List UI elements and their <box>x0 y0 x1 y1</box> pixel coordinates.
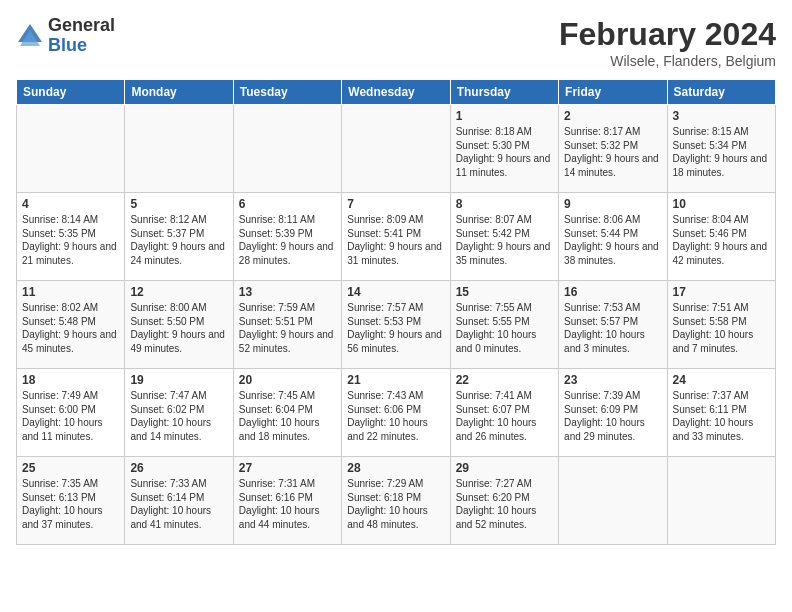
day-number: 29 <box>456 461 553 475</box>
calendar-cell: 2Sunrise: 8:17 AMSunset: 5:32 PMDaylight… <box>559 105 667 193</box>
calendar-cell: 24Sunrise: 7:37 AMSunset: 6:11 PMDayligh… <box>667 369 775 457</box>
calendar-cell: 9Sunrise: 8:06 AMSunset: 5:44 PMDaylight… <box>559 193 667 281</box>
calendar-cell <box>233 105 341 193</box>
calendar-cell: 16Sunrise: 7:53 AMSunset: 5:57 PMDayligh… <box>559 281 667 369</box>
day-info: Sunrise: 7:49 AMSunset: 6:00 PMDaylight:… <box>22 389 119 443</box>
day-info: Sunrise: 7:53 AMSunset: 5:57 PMDaylight:… <box>564 301 661 355</box>
day-info: Sunrise: 7:41 AMSunset: 6:07 PMDaylight:… <box>456 389 553 443</box>
day-number: 26 <box>130 461 227 475</box>
calendar-cell: 13Sunrise: 7:59 AMSunset: 5:51 PMDayligh… <box>233 281 341 369</box>
day-info: Sunrise: 8:18 AMSunset: 5:30 PMDaylight:… <box>456 125 553 179</box>
calendar-cell: 22Sunrise: 7:41 AMSunset: 6:07 PMDayligh… <box>450 369 558 457</box>
day-number: 28 <box>347 461 444 475</box>
calendar-cell: 8Sunrise: 8:07 AMSunset: 5:42 PMDaylight… <box>450 193 558 281</box>
day-info: Sunrise: 7:33 AMSunset: 6:14 PMDaylight:… <box>130 477 227 531</box>
calendar-cell: 10Sunrise: 8:04 AMSunset: 5:46 PMDayligh… <box>667 193 775 281</box>
day-info: Sunrise: 7:39 AMSunset: 6:09 PMDaylight:… <box>564 389 661 443</box>
calendar-cell: 14Sunrise: 7:57 AMSunset: 5:53 PMDayligh… <box>342 281 450 369</box>
day-info: Sunrise: 8:07 AMSunset: 5:42 PMDaylight:… <box>456 213 553 267</box>
calendar-cell <box>17 105 125 193</box>
day-info: Sunrise: 7:27 AMSunset: 6:20 PMDaylight:… <box>456 477 553 531</box>
logo-general: General <box>48 16 115 36</box>
logo: General Blue <box>16 16 115 56</box>
calendar-cell: 26Sunrise: 7:33 AMSunset: 6:14 PMDayligh… <box>125 457 233 545</box>
day-number: 20 <box>239 373 336 387</box>
calendar-cell: 6Sunrise: 8:11 AMSunset: 5:39 PMDaylight… <box>233 193 341 281</box>
day-number: 6 <box>239 197 336 211</box>
day-number: 9 <box>564 197 661 211</box>
day-number: 24 <box>673 373 770 387</box>
calendar-cell: 28Sunrise: 7:29 AMSunset: 6:18 PMDayligh… <box>342 457 450 545</box>
day-info: Sunrise: 8:00 AMSunset: 5:50 PMDaylight:… <box>130 301 227 355</box>
day-info: Sunrise: 7:31 AMSunset: 6:16 PMDaylight:… <box>239 477 336 531</box>
col-header-thursday: Thursday <box>450 80 558 105</box>
col-header-friday: Friday <box>559 80 667 105</box>
day-number: 27 <box>239 461 336 475</box>
calendar-cell: 11Sunrise: 8:02 AMSunset: 5:48 PMDayligh… <box>17 281 125 369</box>
calendar-cell: 20Sunrise: 7:45 AMSunset: 6:04 PMDayligh… <box>233 369 341 457</box>
day-number: 21 <box>347 373 444 387</box>
week-row-4: 18Sunrise: 7:49 AMSunset: 6:00 PMDayligh… <box>17 369 776 457</box>
col-header-wednesday: Wednesday <box>342 80 450 105</box>
calendar-cell: 1Sunrise: 8:18 AMSunset: 5:30 PMDaylight… <box>450 105 558 193</box>
week-row-2: 4Sunrise: 8:14 AMSunset: 5:35 PMDaylight… <box>17 193 776 281</box>
day-number: 8 <box>456 197 553 211</box>
day-number: 16 <box>564 285 661 299</box>
calendar-cell: 4Sunrise: 8:14 AMSunset: 5:35 PMDaylight… <box>17 193 125 281</box>
day-number: 13 <box>239 285 336 299</box>
calendar-cell <box>125 105 233 193</box>
day-number: 5 <box>130 197 227 211</box>
day-number: 22 <box>456 373 553 387</box>
day-info: Sunrise: 7:37 AMSunset: 6:11 PMDaylight:… <box>673 389 770 443</box>
logo-icon <box>16 22 44 50</box>
calendar-cell: 23Sunrise: 7:39 AMSunset: 6:09 PMDayligh… <box>559 369 667 457</box>
calendar-table: SundayMondayTuesdayWednesdayThursdayFrid… <box>16 79 776 545</box>
day-info: Sunrise: 8:02 AMSunset: 5:48 PMDaylight:… <box>22 301 119 355</box>
day-info: Sunrise: 8:12 AMSunset: 5:37 PMDaylight:… <box>130 213 227 267</box>
day-info: Sunrise: 7:29 AMSunset: 6:18 PMDaylight:… <box>347 477 444 531</box>
day-info: Sunrise: 7:55 AMSunset: 5:55 PMDaylight:… <box>456 301 553 355</box>
day-number: 7 <box>347 197 444 211</box>
month-year: February 2024 <box>559 16 776 53</box>
day-number: 1 <box>456 109 553 123</box>
calendar-cell: 12Sunrise: 8:00 AMSunset: 5:50 PMDayligh… <box>125 281 233 369</box>
day-info: Sunrise: 8:09 AMSunset: 5:41 PMDaylight:… <box>347 213 444 267</box>
day-number: 14 <box>347 285 444 299</box>
day-info: Sunrise: 7:59 AMSunset: 5:51 PMDaylight:… <box>239 301 336 355</box>
day-info: Sunrise: 7:57 AMSunset: 5:53 PMDaylight:… <box>347 301 444 355</box>
day-info: Sunrise: 7:43 AMSunset: 6:06 PMDaylight:… <box>347 389 444 443</box>
col-header-sunday: Sunday <box>17 80 125 105</box>
day-info: Sunrise: 8:15 AMSunset: 5:34 PMDaylight:… <box>673 125 770 179</box>
day-number: 17 <box>673 285 770 299</box>
calendar-cell: 3Sunrise: 8:15 AMSunset: 5:34 PMDaylight… <box>667 105 775 193</box>
calendar-cell: 29Sunrise: 7:27 AMSunset: 6:20 PMDayligh… <box>450 457 558 545</box>
day-info: Sunrise: 7:47 AMSunset: 6:02 PMDaylight:… <box>130 389 227 443</box>
calendar-cell <box>667 457 775 545</box>
location: Wilsele, Flanders, Belgium <box>559 53 776 69</box>
day-number: 2 <box>564 109 661 123</box>
col-header-tuesday: Tuesday <box>233 80 341 105</box>
day-number: 23 <box>564 373 661 387</box>
week-row-1: 1Sunrise: 8:18 AMSunset: 5:30 PMDaylight… <box>17 105 776 193</box>
day-info: Sunrise: 8:04 AMSunset: 5:46 PMDaylight:… <box>673 213 770 267</box>
week-row-5: 25Sunrise: 7:35 AMSunset: 6:13 PMDayligh… <box>17 457 776 545</box>
logo-blue: Blue <box>48 36 115 56</box>
calendar-cell: 18Sunrise: 7:49 AMSunset: 6:00 PMDayligh… <box>17 369 125 457</box>
day-info: Sunrise: 7:35 AMSunset: 6:13 PMDaylight:… <box>22 477 119 531</box>
day-number: 12 <box>130 285 227 299</box>
day-info: Sunrise: 8:14 AMSunset: 5:35 PMDaylight:… <box>22 213 119 267</box>
col-header-monday: Monday <box>125 80 233 105</box>
calendar-cell: 7Sunrise: 8:09 AMSunset: 5:41 PMDaylight… <box>342 193 450 281</box>
day-info: Sunrise: 8:17 AMSunset: 5:32 PMDaylight:… <box>564 125 661 179</box>
week-row-3: 11Sunrise: 8:02 AMSunset: 5:48 PMDayligh… <box>17 281 776 369</box>
day-number: 4 <box>22 197 119 211</box>
day-number: 11 <box>22 285 119 299</box>
day-info: Sunrise: 7:45 AMSunset: 6:04 PMDaylight:… <box>239 389 336 443</box>
calendar-cell: 19Sunrise: 7:47 AMSunset: 6:02 PMDayligh… <box>125 369 233 457</box>
calendar-cell <box>342 105 450 193</box>
day-number: 18 <box>22 373 119 387</box>
calendar-cell: 15Sunrise: 7:55 AMSunset: 5:55 PMDayligh… <box>450 281 558 369</box>
calendar-cell: 5Sunrise: 8:12 AMSunset: 5:37 PMDaylight… <box>125 193 233 281</box>
header-row: SundayMondayTuesdayWednesdayThursdayFrid… <box>17 80 776 105</box>
header: General Blue February 2024 Wilsele, Flan… <box>16 16 776 69</box>
